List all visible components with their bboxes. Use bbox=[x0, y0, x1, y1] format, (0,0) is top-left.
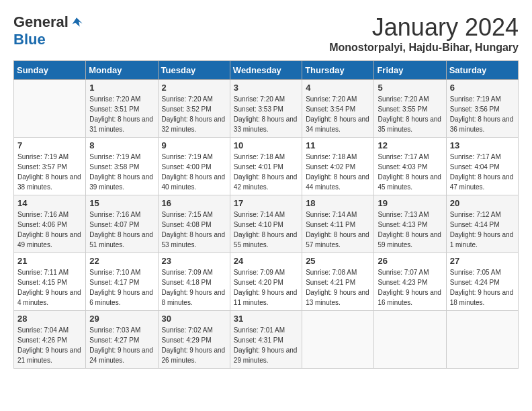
header-tuesday: Tuesday bbox=[158, 61, 230, 80]
day-info: Sunrise: 7:18 AMSunset: 4:01 PMDaylight:… bbox=[234, 152, 298, 192]
day-number: 15 bbox=[89, 198, 154, 208]
day-info: Sunrise: 7:20 AMSunset: 3:54 PMDaylight:… bbox=[306, 94, 370, 134]
calendar-cell bbox=[374, 311, 446, 369]
calendar-cell: 1 Sunrise: 7:20 AMSunset: 3:51 PMDayligh… bbox=[86, 80, 158, 138]
day-info: Sunrise: 7:14 AMSunset: 4:11 PMDaylight:… bbox=[306, 210, 370, 250]
calendar-header-row: SundayMondayTuesdayWednesdayThursdayFrid… bbox=[14, 61, 519, 80]
day-number: 31 bbox=[234, 314, 298, 324]
day-info: Sunrise: 7:09 AMSunset: 4:18 PMDaylight:… bbox=[162, 267, 226, 308]
header-wednesday: Wednesday bbox=[230, 61, 302, 80]
day-number: 6 bbox=[450, 83, 515, 93]
calendar-cell: 7 Sunrise: 7:19 AMSunset: 3:57 PMDayligh… bbox=[14, 138, 86, 195]
day-info: Sunrise: 7:12 AMSunset: 4:14 PMDaylight:… bbox=[450, 210, 515, 250]
title-area: January 2024 Monostorpalyi, Hajdu-Bihar,… bbox=[329, 13, 519, 54]
day-number: 21 bbox=[17, 256, 82, 266]
day-number: 20 bbox=[450, 198, 515, 208]
day-number: 24 bbox=[234, 256, 298, 266]
day-info: Sunrise: 7:18 AMSunset: 4:02 PMDaylight:… bbox=[306, 152, 370, 192]
day-info: Sunrise: 7:04 AMSunset: 4:26 PMDaylight:… bbox=[17, 325, 82, 365]
day-info: Sunrise: 7:19 AMSunset: 3:56 PMDaylight:… bbox=[450, 94, 515, 134]
day-number: 28 bbox=[17, 314, 82, 324]
calendar-cell: 17 Sunrise: 7:14 AMSunset: 4:10 PMDaylig… bbox=[230, 195, 302, 253]
calendar-cell bbox=[302, 311, 374, 369]
day-number: 13 bbox=[450, 140, 515, 150]
day-number: 16 bbox=[162, 198, 226, 208]
calendar-cell: 20 Sunrise: 7:12 AMSunset: 4:14 PMDaylig… bbox=[446, 195, 518, 253]
day-info: Sunrise: 7:08 AMSunset: 4:21 PMDaylight:… bbox=[306, 267, 370, 308]
day-info: Sunrise: 7:14 AMSunset: 4:10 PMDaylight:… bbox=[234, 210, 298, 250]
calendar-cell: 22 Sunrise: 7:10 AMSunset: 4:17 PMDaylig… bbox=[86, 253, 158, 311]
calendar-cell: 5 Sunrise: 7:20 AMSunset: 3:55 PMDayligh… bbox=[374, 80, 446, 138]
calendar-cell: 16 Sunrise: 7:15 AMSunset: 4:08 PMDaylig… bbox=[158, 195, 230, 253]
day-number: 30 bbox=[162, 314, 226, 324]
day-number: 27 bbox=[450, 256, 515, 266]
calendar-cell: 13 Sunrise: 7:17 AMSunset: 4:04 PMDaylig… bbox=[446, 138, 518, 195]
day-info: Sunrise: 7:16 AMSunset: 4:06 PMDaylight:… bbox=[17, 210, 82, 250]
day-number: 10 bbox=[234, 140, 298, 150]
logo-blue: Blue bbox=[13, 31, 46, 48]
day-info: Sunrise: 7:19 AMSunset: 4:00 PMDaylight:… bbox=[162, 152, 226, 192]
calendar-cell: 9 Sunrise: 7:19 AMSunset: 4:00 PMDayligh… bbox=[158, 138, 230, 195]
calendar-cell: 18 Sunrise: 7:14 AMSunset: 4:11 PMDaylig… bbox=[302, 195, 374, 253]
day-info: Sunrise: 7:16 AMSunset: 4:07 PMDaylight:… bbox=[89, 210, 154, 250]
calendar-week-5: 28 Sunrise: 7:04 AMSunset: 4:26 PMDaylig… bbox=[14, 311, 519, 369]
day-number: 18 bbox=[306, 198, 370, 208]
calendar-cell: 28 Sunrise: 7:04 AMSunset: 4:26 PMDaylig… bbox=[14, 311, 86, 369]
day-number: 2 bbox=[162, 83, 226, 93]
day-info: Sunrise: 7:05 AMSunset: 4:24 PMDaylight:… bbox=[450, 267, 515, 308]
day-info: Sunrise: 7:03 AMSunset: 4:27 PMDaylight:… bbox=[89, 325, 154, 365]
logo-general: General bbox=[13, 13, 69, 31]
logo-bird-icon bbox=[70, 15, 83, 29]
location: Monostorpalyi, Hajdu-Bihar, Hungary bbox=[329, 42, 519, 54]
day-info: Sunrise: 7:19 AMSunset: 3:58 PMDaylight:… bbox=[89, 152, 154, 192]
calendar-cell: 12 Sunrise: 7:17 AMSunset: 4:03 PMDaylig… bbox=[374, 138, 446, 195]
day-info: Sunrise: 7:11 AMSunset: 4:15 PMDaylight:… bbox=[17, 267, 82, 308]
header-thursday: Thursday bbox=[302, 61, 374, 80]
day-info: Sunrise: 7:20 AMSunset: 3:52 PMDaylight:… bbox=[162, 94, 226, 134]
month-title: January 2024 bbox=[329, 13, 519, 42]
calendar-cell: 14 Sunrise: 7:16 AMSunset: 4:06 PMDaylig… bbox=[14, 195, 86, 253]
calendar-cell: 15 Sunrise: 7:16 AMSunset: 4:07 PMDaylig… bbox=[86, 195, 158, 253]
day-info: Sunrise: 7:20 AMSunset: 3:55 PMDaylight:… bbox=[378, 94, 442, 134]
calendar-cell: 4 Sunrise: 7:20 AMSunset: 3:54 PMDayligh… bbox=[302, 80, 374, 138]
day-number: 12 bbox=[378, 140, 442, 150]
calendar-cell: 31 Sunrise: 7:01 AMSunset: 4:31 PMDaylig… bbox=[230, 311, 302, 369]
day-info: Sunrise: 7:13 AMSunset: 4:13 PMDaylight:… bbox=[378, 210, 442, 250]
day-number: 3 bbox=[234, 83, 298, 93]
day-number: 25 bbox=[306, 256, 370, 266]
day-info: Sunrise: 7:19 AMSunset: 3:57 PMDaylight:… bbox=[17, 152, 82, 192]
day-info: Sunrise: 7:02 AMSunset: 4:29 PMDaylight:… bbox=[162, 325, 226, 365]
calendar-cell: 29 Sunrise: 7:03 AMSunset: 4:27 PMDaylig… bbox=[86, 311, 158, 369]
day-number: 11 bbox=[306, 140, 370, 150]
calendar-cell: 3 Sunrise: 7:20 AMSunset: 3:53 PMDayligh… bbox=[230, 80, 302, 138]
header-monday: Monday bbox=[86, 61, 158, 80]
day-info: Sunrise: 7:07 AMSunset: 4:23 PMDaylight:… bbox=[378, 267, 442, 308]
day-info: Sunrise: 7:01 AMSunset: 4:31 PMDaylight:… bbox=[234, 325, 298, 365]
calendar-cell bbox=[446, 311, 518, 369]
day-number: 8 bbox=[89, 140, 154, 150]
calendar-cell: 2 Sunrise: 7:20 AMSunset: 3:52 PMDayligh… bbox=[158, 80, 230, 138]
calendar-cell: 11 Sunrise: 7:18 AMSunset: 4:02 PMDaylig… bbox=[302, 138, 374, 195]
day-number: 23 bbox=[162, 256, 226, 266]
calendar-cell: 6 Sunrise: 7:19 AMSunset: 3:56 PMDayligh… bbox=[446, 80, 518, 138]
day-number: 29 bbox=[89, 314, 154, 324]
day-number: 1 bbox=[89, 83, 154, 93]
calendar-cell: 24 Sunrise: 7:09 AMSunset: 4:20 PMDaylig… bbox=[230, 253, 302, 311]
day-info: Sunrise: 7:20 AMSunset: 3:51 PMDaylight:… bbox=[89, 94, 154, 134]
calendar-cell: 10 Sunrise: 7:18 AMSunset: 4:01 PMDaylig… bbox=[230, 138, 302, 195]
day-info: Sunrise: 7:17 AMSunset: 4:04 PMDaylight:… bbox=[450, 152, 515, 192]
day-info: Sunrise: 7:20 AMSunset: 3:53 PMDaylight:… bbox=[234, 94, 298, 134]
day-number: 19 bbox=[378, 198, 442, 208]
calendar-cell: 23 Sunrise: 7:09 AMSunset: 4:18 PMDaylig… bbox=[158, 253, 230, 311]
day-number: 26 bbox=[378, 256, 442, 266]
day-info: Sunrise: 7:15 AMSunset: 4:08 PMDaylight:… bbox=[162, 210, 226, 250]
header-sunday: Sunday bbox=[14, 61, 86, 80]
calendar-cell: 8 Sunrise: 7:19 AMSunset: 3:58 PMDayligh… bbox=[86, 138, 158, 195]
day-number: 5 bbox=[378, 83, 442, 93]
calendar-cell: 19 Sunrise: 7:13 AMSunset: 4:13 PMDaylig… bbox=[374, 195, 446, 253]
day-info: Sunrise: 7:17 AMSunset: 4:03 PMDaylight:… bbox=[378, 152, 442, 192]
day-number: 4 bbox=[306, 83, 370, 93]
header: General Blue January 2024 Monostorpalyi,… bbox=[13, 13, 519, 54]
calendar-week-4: 21 Sunrise: 7:11 AMSunset: 4:15 PMDaylig… bbox=[14, 253, 519, 311]
day-info: Sunrise: 7:10 AMSunset: 4:17 PMDaylight:… bbox=[89, 267, 154, 308]
